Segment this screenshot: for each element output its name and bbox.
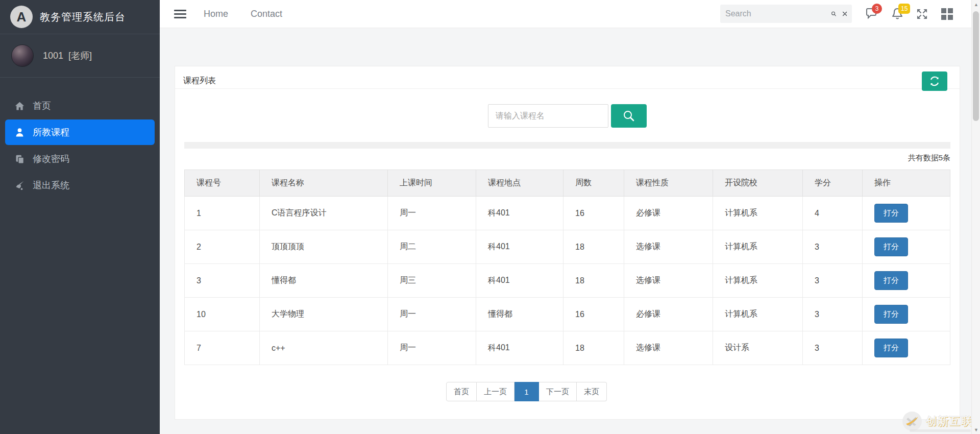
cell-course-name: 懂得都 xyxy=(260,264,388,298)
scrollbar-thumb[interactable] xyxy=(973,11,979,121)
col-course-type: 课程性质 xyxy=(624,170,713,197)
sidebar-item-password[interactable]: 修改密码 xyxy=(0,146,160,172)
course-search-input[interactable] xyxy=(488,104,608,128)
col-course-id: 课程号 xyxy=(185,170,260,197)
col-credits: 学分 xyxy=(803,170,863,197)
cell-location: 科401 xyxy=(476,264,564,298)
user-name: 1001 [老师] xyxy=(43,50,92,62)
cell-course-type: 选修课 xyxy=(624,331,713,365)
hamburger-menu-icon[interactable] xyxy=(174,8,186,20)
refresh-button[interactable] xyxy=(922,71,947,91)
user-role-tag: [老师] xyxy=(68,51,92,61)
expand-arrows-icon xyxy=(916,8,928,20)
col-weeks: 周数 xyxy=(564,170,624,197)
cell-course-id: 2 xyxy=(185,230,260,264)
cell-class-time: 周二 xyxy=(388,230,476,264)
cell-weeks: 16 xyxy=(564,298,624,331)
navbar-right: 3 15 xyxy=(720,5,971,23)
page-prev-button[interactable]: 上一页 xyxy=(477,382,514,401)
sidebar-item-label: 所教课程 xyxy=(33,126,69,138)
grade-button[interactable]: 打分 xyxy=(874,271,908,290)
vertical-scrollbar[interactable]: ▲ ▼ xyxy=(971,0,980,434)
table-row: 7 c++ 周一 科401 18 选修课 设计系 3 打分 xyxy=(185,331,950,365)
cell-actions: 打分 xyxy=(863,298,950,331)
search-icon[interactable] xyxy=(831,9,837,18)
messages-button[interactable]: 3 xyxy=(865,8,878,20)
table-row: 3 懂得都 周三 科401 18 选修课 计算机系 3 打分 xyxy=(185,264,950,298)
app-title: 教务管理系统后台 xyxy=(40,10,126,24)
app-logo-icon: A xyxy=(10,6,33,28)
top-nav-links: Home Contact xyxy=(204,9,282,19)
cell-weeks: 16 xyxy=(564,197,624,230)
apps-grid-button[interactable] xyxy=(941,8,953,20)
cell-course-id: 1 xyxy=(185,197,260,230)
table-row: 1 C语言程序设计 周一 科401 16 必修课 计算机系 4 打分 xyxy=(185,197,950,230)
vendor-subtext-bar xyxy=(910,429,971,432)
cell-college: 计算机系 xyxy=(713,197,803,230)
user-box: 1001 [老师] xyxy=(0,34,160,78)
divider-strip xyxy=(184,142,950,149)
pagination-row: 首页 上一页 1 下一页 末页 xyxy=(184,382,950,401)
cell-college: 设计系 xyxy=(713,331,803,365)
cell-actions: 打分 xyxy=(863,264,950,298)
grade-button[interactable]: 打分 xyxy=(874,339,908,357)
sidebar-item-label: 首页 xyxy=(33,100,51,112)
navbar-search-input[interactable] xyxy=(725,9,831,18)
cell-college: 计算机系 xyxy=(713,264,803,298)
cell-course-name: C语言程序设计 xyxy=(260,197,388,230)
col-actions: 操作 xyxy=(863,170,950,197)
panel-header: 课程列表 xyxy=(175,66,960,89)
fullscreen-button[interactable] xyxy=(916,8,928,20)
cell-class-time: 周三 xyxy=(388,264,476,298)
notifications-button[interactable]: 15 xyxy=(892,8,903,20)
scroll-down-arrow[interactable]: ▼ xyxy=(972,425,980,434)
cell-location: 科401 xyxy=(476,197,564,230)
col-location: 课程地点 xyxy=(476,170,564,197)
copy-icon xyxy=(14,154,25,164)
nav-link-contact[interactable]: Contact xyxy=(251,9,282,19)
cell-class-time: 周一 xyxy=(388,197,476,230)
cell-location: 科401 xyxy=(476,230,564,264)
sidebar-item-home[interactable]: 首页 xyxy=(0,93,160,118)
cell-course-type: 必修课 xyxy=(624,197,713,230)
nav-link-home[interactable]: Home xyxy=(204,9,228,19)
cell-credits: 3 xyxy=(803,298,863,331)
grade-button[interactable]: 打分 xyxy=(874,204,908,223)
sidebar-item-courses[interactable]: 所教课程 xyxy=(5,119,155,145)
cell-weeks: 18 xyxy=(564,230,624,264)
cell-actions: 打分 xyxy=(863,230,950,264)
table-row: 2 顶顶顶顶 周二 科401 18 选修课 计算机系 3 打分 xyxy=(185,230,950,264)
cell-location: 科401 xyxy=(476,331,564,365)
user-icon xyxy=(14,127,25,138)
course-table: 课程号 课程名称 上课时间 课程地点 周数 课程性质 开设院校 学分 操作 1 xyxy=(184,170,950,365)
clear-search-icon[interactable] xyxy=(843,10,847,17)
cell-actions: 打分 xyxy=(863,197,950,230)
user-avatar[interactable] xyxy=(11,44,34,67)
cell-credits: 3 xyxy=(803,264,863,298)
navbar-search xyxy=(720,5,852,23)
cell-weeks: 18 xyxy=(564,331,624,365)
page-first-button[interactable]: 首页 xyxy=(446,382,477,401)
sidebar-item-label: 修改密码 xyxy=(33,153,69,165)
page-next-button[interactable]: 下一页 xyxy=(539,382,577,401)
sidebar-item-logout[interactable]: 退出系统 xyxy=(0,173,160,198)
messages-count-badge: 3 xyxy=(872,4,882,14)
course-search-button[interactable] xyxy=(611,104,647,128)
cell-course-id: 3 xyxy=(185,264,260,298)
panel-title: 课程列表 xyxy=(183,68,216,86)
scroll-up-arrow[interactable]: ▲ xyxy=(972,0,980,9)
grade-button[interactable]: 打分 xyxy=(874,237,908,256)
panel-body: 共有数据5条 课程号 课程名称 上课时间 课程地点 周数 课程性质 开设院 xyxy=(175,104,960,401)
col-class-time: 上课时间 xyxy=(388,170,476,197)
cell-credits: 3 xyxy=(803,230,863,264)
page-current-button[interactable]: 1 xyxy=(514,382,539,401)
broom-icon xyxy=(14,180,25,191)
cell-course-type: 必修课 xyxy=(624,298,713,331)
cell-credits: 3 xyxy=(803,331,863,365)
col-college: 开设院校 xyxy=(713,170,803,197)
sidebar-menu: 首页 所教课程 修改密码 退出系统 xyxy=(0,93,160,198)
cell-class-time: 周一 xyxy=(388,298,476,331)
grade-button[interactable]: 打分 xyxy=(874,305,908,324)
page-last-button[interactable]: 末页 xyxy=(577,382,607,401)
cell-credits: 4 xyxy=(803,197,863,230)
